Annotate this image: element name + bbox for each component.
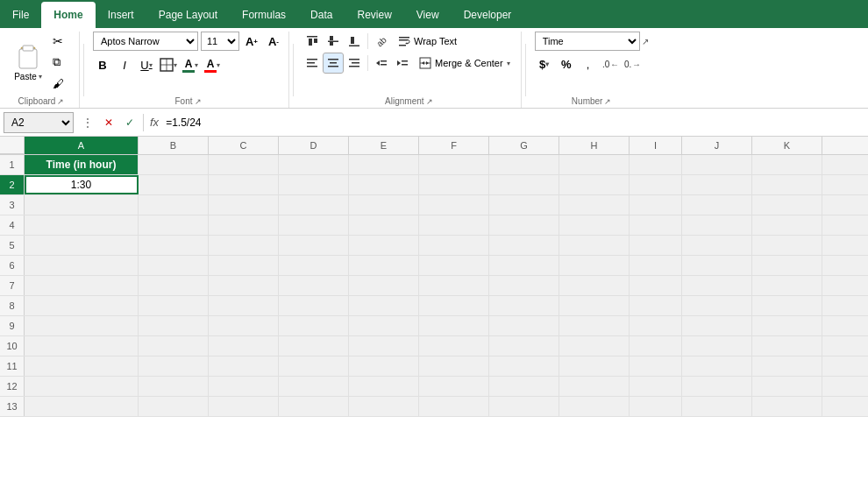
underline-button[interactable]: U ▾ [137,55,156,74]
cell-h5[interactable] [559,236,630,255]
cell-c11[interactable] [209,356,279,376]
col-header-h[interactable]: H [559,137,630,154]
cell-a10[interactable] [25,336,139,356]
cell-j2[interactable] [682,175,752,194]
cell-a12[interactable] [25,377,139,396]
font-expand-icon[interactable]: ↗ [195,97,202,106]
col-header-i[interactable]: I [630,137,682,154]
cell-k11[interactable] [752,356,822,376]
row-num-13[interactable]: 13 [0,397,25,416]
cell-g5[interactable] [489,236,559,255]
cell-k3[interactable] [752,195,822,215]
cell-g12[interactable] [489,377,559,396]
cell-e10[interactable] [349,336,419,356]
cell-b8[interactable] [139,296,209,315]
cell-i13[interactable] [630,397,682,416]
cell-a2[interactable]: 1:30 [25,175,139,194]
cell-c9[interactable] [209,316,279,335]
align-center-button[interactable] [324,53,343,73]
cell-b9[interactable] [139,316,209,335]
align-right-button[interactable] [345,53,364,73]
cell-i6[interactable] [630,256,682,275]
tab-developer[interactable]: Developer [452,2,524,28]
font-color-button[interactable]: A ▾ [203,55,222,74]
cell-h7[interactable] [559,276,630,295]
cell-f13[interactable] [419,397,489,416]
cell-e8[interactable] [349,296,419,315]
cell-i12[interactable] [630,377,682,396]
col-header-f[interactable]: F [419,137,489,154]
row-num-4[interactable]: 4 [0,215,25,235]
cell-c6[interactable] [209,256,279,275]
cell-j9[interactable] [682,316,752,335]
row-num-2[interactable]: 2 [0,175,25,194]
cell-g10[interactable] [489,336,559,356]
paste-button[interactable]: Paste ▾ [9,40,47,85]
cell-h12[interactable] [559,377,630,396]
cell-f12[interactable] [419,377,489,396]
increase-indent-button[interactable] [393,53,412,73]
cell-i7[interactable] [630,276,682,295]
cell-a11[interactable] [25,356,139,376]
cell-c2[interactable] [209,175,279,194]
align-top-button[interactable] [302,32,322,51]
cell-f4[interactable] [419,215,489,235]
cell-k9[interactable] [752,316,822,335]
font-size-select[interactable]: 11 [201,32,239,51]
align-bottom-button[interactable] [345,32,364,51]
cell-b2[interactable] [139,175,209,194]
cell-a7[interactable] [25,276,139,295]
cell-a5[interactable] [25,236,139,255]
cell-f7[interactable] [419,276,489,295]
cell-h11[interactable] [559,356,630,376]
cell-g6[interactable] [489,256,559,275]
cell-k5[interactable] [752,236,822,255]
cell-b5[interactable] [139,236,209,255]
formula-more-btn[interactable]: ⋮ [77,112,98,133]
cell-b7[interactable] [139,276,209,295]
decrease-indent-button[interactable] [372,53,391,73]
cell-j12[interactable] [682,377,752,396]
cell-a1[interactable]: Time (in hour) [25,155,139,174]
align-left-button[interactable] [302,53,322,73]
cell-i1[interactable] [630,155,682,174]
cell-e2[interactable] [349,175,419,194]
cell-g2[interactable] [489,175,559,194]
tab-data[interactable]: Data [298,2,345,28]
tab-page-layout[interactable]: Page Layout [146,2,230,28]
cell-i4[interactable] [630,215,682,235]
decrease-font-button[interactable]: A- [264,32,283,51]
row-num-11[interactable]: 11 [0,356,25,376]
format-painter-button[interactable]: 🖌 [49,74,74,93]
cell-b4[interactable] [139,215,209,235]
bold-button[interactable]: B [93,55,112,74]
font-name-select[interactable]: Aptos Narrow [93,32,198,51]
cell-d11[interactable] [279,356,349,376]
row-num-7[interactable]: 7 [0,276,25,295]
alignment-expand-icon[interactable]: ↗ [426,97,433,106]
cell-b10[interactable] [139,336,209,356]
cell-a3[interactable] [25,195,139,215]
cell-k8[interactable] [752,296,822,315]
cell-e7[interactable] [349,276,419,295]
italic-button[interactable]: I [115,55,134,74]
cell-e12[interactable] [349,377,419,396]
cell-e1[interactable] [349,155,419,174]
cell-h3[interactable] [559,195,630,215]
cell-k6[interactable] [752,256,822,275]
cell-f8[interactable] [419,296,489,315]
cell-e13[interactable] [349,397,419,416]
cell-c3[interactable] [209,195,279,215]
row-num-3[interactable]: 3 [0,195,25,215]
confirm-formula-btn[interactable]: ✓ [119,112,140,133]
col-header-d[interactable]: D [279,137,349,154]
cell-d13[interactable] [279,397,349,416]
cell-k7[interactable] [752,276,822,295]
row-num-10[interactable]: 10 [0,336,25,356]
tab-formulas[interactable]: Formulas [230,2,298,28]
cell-h9[interactable] [559,316,630,335]
cell-f9[interactable] [419,316,489,335]
clipboard-expand-icon[interactable]: ↗ [57,97,64,106]
cell-j1[interactable] [682,155,752,174]
cell-b3[interactable] [139,195,209,215]
